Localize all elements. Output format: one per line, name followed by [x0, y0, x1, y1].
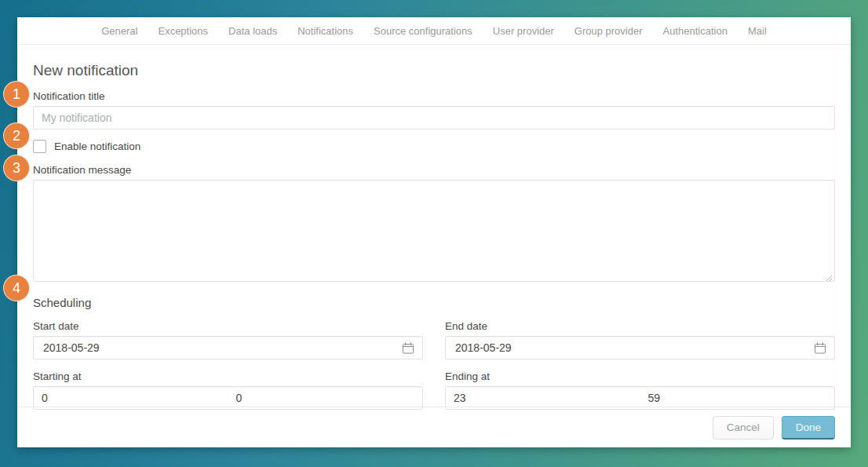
done-button[interactable]: Done	[782, 416, 835, 440]
settings-tab-bar: General Exceptions Data loads Notificati…	[17, 17, 851, 45]
enable-notification-label: Enable notification	[54, 140, 140, 152]
starting-at-label: Starting at	[33, 370, 423, 382]
tab-authentication[interactable]: Authentication	[663, 25, 728, 37]
annotation-marker-1: 1	[3, 81, 30, 108]
scheduling-section-title: Scheduling	[33, 296, 835, 309]
tab-general[interactable]: General	[101, 25, 137, 37]
tab-data-loads[interactable]: Data loads	[228, 25, 277, 37]
ending-at-label: Ending at	[445, 370, 835, 382]
tab-mail[interactable]: Mail	[748, 25, 767, 37]
new-notification-form: New notification Notification title Enab…	[17, 62, 851, 410]
cancel-button[interactable]: Cancel	[713, 416, 774, 440]
calendar-icon	[402, 342, 414, 354]
scheduling-left-column: Start date Starting at	[33, 309, 423, 410]
ending-at-minute-input[interactable]	[640, 387, 835, 409]
settings-page: { "nav": { "items": ["General", "Excepti…	[0, 0, 868, 467]
notification-message-wrap	[33, 180, 835, 282]
starting-at-minute-input[interactable]	[228, 387, 423, 409]
end-date-input[interactable]	[454, 341, 814, 355]
page-title: New notification	[33, 62, 835, 79]
scheduling-right-column: End date Ending at	[445, 309, 835, 410]
start-date-field	[33, 336, 423, 359]
textarea-resize-handle-icon[interactable]	[824, 270, 832, 278]
calendar-icon	[814, 342, 826, 354]
annotation-marker-4: 4	[3, 275, 30, 301]
start-date-calendar-button[interactable]	[402, 342, 414, 354]
notification-message-textarea[interactable]	[33, 180, 835, 282]
scheduling-grid: Start date Starting at	[33, 309, 835, 410]
start-date-label: Start date	[33, 320, 423, 332]
tab-user-provider[interactable]: User provider	[493, 25, 554, 37]
start-date-input[interactable]	[42, 341, 402, 355]
end-date-label: End date	[445, 320, 835, 332]
annotation-marker-3: 3	[3, 155, 30, 181]
notification-title-input[interactable]	[33, 106, 835, 130]
annotation-marker-2: 2	[3, 122, 30, 149]
enable-notification-row: Enable notification	[33, 140, 835, 153]
notification-message-label: Notification message	[33, 164, 835, 176]
ending-at-hour-input[interactable]	[446, 387, 640, 409]
settings-card: General Exceptions Data loads Notificati…	[17, 17, 851, 447]
notification-title-label: Notification title	[33, 90, 835, 102]
dialog-footer: Cancel Done	[17, 407, 851, 447]
tab-group-provider[interactable]: Group provider	[574, 25, 643, 37]
enable-notification-checkbox[interactable]	[33, 140, 46, 153]
tab-source-configurations[interactable]: Source configurations	[374, 25, 472, 37]
tab-notifications[interactable]: Notifications	[297, 25, 353, 37]
starting-at-hour-input[interactable]	[34, 387, 228, 409]
end-date-calendar-button[interactable]	[814, 342, 826, 354]
tab-exceptions[interactable]: Exceptions	[158, 25, 208, 37]
end-date-field	[445, 336, 835, 359]
